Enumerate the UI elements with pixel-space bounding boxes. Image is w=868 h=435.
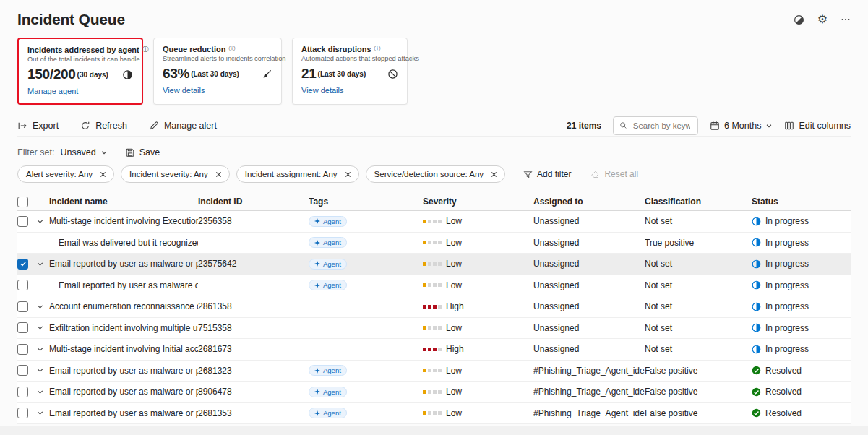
filter-chip[interactable]: Incident severity: Any xyxy=(121,165,230,183)
row-chevron-down-icon[interactable] xyxy=(36,324,44,332)
manage-alert-button[interactable]: Manage alert xyxy=(149,121,217,131)
search-input[interactable] xyxy=(632,121,692,131)
save-icon xyxy=(125,147,135,158)
more-options-icon[interactable] xyxy=(841,14,851,25)
row-checkbox[interactable] xyxy=(17,322,28,333)
filter-chip-label: Alert severity: Any xyxy=(26,170,93,178)
save-filter-button[interactable]: Save xyxy=(125,147,160,158)
classification: Not set xyxy=(645,323,752,333)
incident-name[interactable]: Multi-stage incident involving Execution… xyxy=(49,216,198,226)
settings-gear-icon[interactable]: ⚙ xyxy=(817,14,828,25)
view-details-link[interactable]: View details xyxy=(163,86,205,95)
filter-chip[interactable]: Alert severity: Any xyxy=(17,165,114,183)
table-row[interactable]: Email reported by user as malware or phi… xyxy=(17,361,851,382)
column-header-assigned-to[interactable]: Assigned to xyxy=(533,197,645,207)
horizontal-scrollbar-track[interactable] xyxy=(0,426,868,435)
classification: False positive xyxy=(645,408,752,418)
select-all-checkbox[interactable] xyxy=(17,197,28,207)
assigned-to: Unassigned xyxy=(533,301,645,311)
agent-tag[interactable]: Agent xyxy=(309,237,347,248)
row-checkbox[interactable] xyxy=(17,344,28,355)
agent-tag[interactable]: Agent xyxy=(309,259,347,270)
incident-name[interactable]: Email was delivered but it recognized as… xyxy=(49,238,198,248)
incident-name[interactable]: Exfiltration incident involving multiple… xyxy=(49,323,198,333)
reset-all-button[interactable]: Reset all xyxy=(590,169,638,179)
table-row[interactable]: Multi-stage incident involving Execution… xyxy=(17,211,851,233)
table-row[interactable]: Exfiltration incident involving multiple… xyxy=(17,318,851,340)
classification: Not set xyxy=(645,301,752,311)
table-row[interactable]: Email reported by user as malware or phi… xyxy=(17,382,851,403)
incident-name[interactable]: Email reported by user as malware or phi… xyxy=(49,387,198,397)
table-row[interactable]: Email reported by user as malware or phi… xyxy=(17,403,851,425)
row-chevron-down-icon[interactable] xyxy=(36,345,44,353)
info-icon[interactable]: ⓘ xyxy=(374,44,381,53)
incident-name[interactable]: Email reported by user as malware or phi… xyxy=(49,259,198,269)
agent-tag[interactable]: Agent xyxy=(309,387,347,397)
severity-block xyxy=(438,305,442,309)
manage-agent-link[interactable]: Manage agent xyxy=(27,87,78,95)
card-title: Attack disruptionsⓘ xyxy=(301,44,398,53)
refresh-button[interactable]: Refresh xyxy=(80,121,127,131)
incident-name[interactable]: Email reported by user as malware or phi… xyxy=(49,280,198,290)
agent-tag[interactable]: Agent xyxy=(309,365,347,376)
filter-set-dropdown[interactable]: Unsaved xyxy=(60,147,107,158)
column-header-classification[interactable]: Classification xyxy=(645,197,752,207)
card-value: 150/200 xyxy=(27,66,76,82)
dismiss-icon[interactable] xyxy=(215,171,222,178)
row-checkbox[interactable] xyxy=(17,408,28,418)
dismiss-icon[interactable] xyxy=(491,171,497,178)
column-header-tags[interactable]: Tags xyxy=(309,197,423,207)
table-row[interactable]: Email reported by user as malware or phi… xyxy=(17,275,851,297)
table-row[interactable]: Email was delivered but it recognized as… xyxy=(17,233,851,254)
table-row[interactable]: Multi-stage incident involving Initial a… xyxy=(17,339,851,361)
filter-chip[interactable]: Incident assignment: Any xyxy=(236,165,359,183)
card-value: 21 xyxy=(301,66,317,82)
card-attack-disruptions: Attack disruptionsⓘ Automated actions th… xyxy=(292,38,408,105)
row-checkbox[interactable] xyxy=(17,387,28,397)
severity-cell: Low xyxy=(423,259,533,269)
column-header-status[interactable]: Status xyxy=(752,197,851,207)
severity-block xyxy=(438,326,442,330)
row-checkbox[interactable] xyxy=(17,280,28,290)
row-chevron-down-icon[interactable] xyxy=(36,303,44,311)
agent-tag[interactable]: Agent xyxy=(309,280,347,290)
guide-icon[interactable] xyxy=(794,14,804,25)
add-filter-button[interactable]: Add filter xyxy=(523,169,571,179)
incident-name[interactable]: Account enumeration reconnaissance on on… xyxy=(49,301,198,311)
card-subtitle: Automated actions that stopped attacks xyxy=(301,55,398,62)
row-chevron-down-icon[interactable] xyxy=(36,388,44,396)
incident-name[interactable]: Multi-stage incident involving Initial a… xyxy=(49,344,198,354)
dismiss-icon[interactable] xyxy=(345,171,351,178)
info-icon[interactable]: ⓘ xyxy=(142,45,149,54)
column-header-incident-name[interactable]: Incident name xyxy=(49,197,198,207)
agent-tag[interactable]: Agent xyxy=(309,408,347,418)
row-checkbox[interactable] xyxy=(17,216,28,227)
status-label: In progress xyxy=(765,344,809,354)
row-checkbox[interactable] xyxy=(17,365,28,376)
edit-columns-button[interactable]: Edit columns xyxy=(784,121,851,131)
incident-name[interactable]: Email reported by user as malware or phi… xyxy=(49,408,198,418)
time-range-dropdown[interactable]: 6 Months xyxy=(710,121,773,131)
dismiss-icon[interactable] xyxy=(100,171,106,178)
metric-cards: Incidents addressed by agentⓘ Out of the… xyxy=(17,38,851,105)
table-row[interactable]: Email reported by user as malware or phi… xyxy=(17,254,851,275)
export-button[interactable]: Export xyxy=(17,121,59,131)
row-chevron-down-icon[interactable] xyxy=(36,260,44,268)
severity-cell: High xyxy=(423,301,533,311)
search-box[interactable] xyxy=(613,116,698,135)
severity-block xyxy=(423,305,426,309)
info-icon[interactable]: ⓘ xyxy=(228,44,235,53)
column-header-severity[interactable]: Severity xyxy=(423,197,533,207)
incident-name[interactable]: Email reported by user as malware or phi… xyxy=(49,366,198,376)
row-checkbox[interactable] xyxy=(17,259,28,270)
table-row[interactable]: Account enumeration reconnaissance on on… xyxy=(17,296,851,318)
row-chevron-down-icon[interactable] xyxy=(36,366,44,374)
row-checkbox[interactable] xyxy=(17,301,28,312)
row-chevron-down-icon[interactable] xyxy=(36,218,44,225)
agent-tag[interactable]: Agent xyxy=(309,216,347,227)
filter-chip[interactable]: Service/detection source: Any xyxy=(366,165,506,183)
column-header-incident-id[interactable]: Incident ID xyxy=(198,197,309,207)
row-chevron-down-icon[interactable] xyxy=(36,409,44,417)
severity-block xyxy=(433,241,437,244)
view-details-link[interactable]: View details xyxy=(301,86,344,95)
